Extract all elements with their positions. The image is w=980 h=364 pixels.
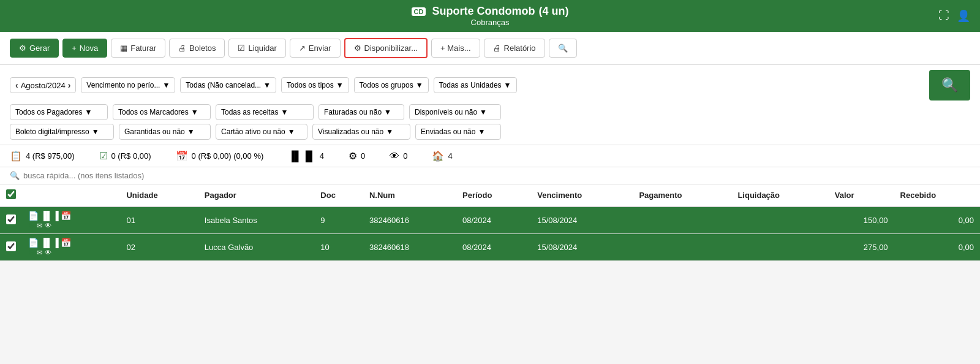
faturar-label: Faturar xyxy=(130,44,156,53)
stat-paid: ☑ 0 (R$ 0,00) xyxy=(99,150,151,162)
mais-button[interactable]: + Mais... xyxy=(431,39,480,58)
filter-marcadores[interactable]: Todos os Marcadores ▼ xyxy=(113,104,211,120)
stat-paid-value: 0 (R$ 0,00) xyxy=(111,151,151,161)
barcode-icon-2[interactable]: ▐▌▐ xyxy=(40,238,59,248)
month-navigator[interactable]: ‹ Agosto/2024 › xyxy=(10,77,76,93)
stat-paid-icon: ☑ xyxy=(99,150,108,162)
chevron-down-icon-2: ▼ xyxy=(263,81,271,89)
row-checkbox-2[interactable] xyxy=(6,241,16,251)
row-periodo-2: 08/2024 xyxy=(456,234,531,261)
chevron-down-icon-11: ▼ xyxy=(92,127,99,136)
liquidar-label: Liquidar xyxy=(248,44,276,53)
row-checkbox[interactable] xyxy=(6,214,16,224)
stat-share-value: 0 xyxy=(361,151,365,161)
filter-unidades[interactable]: Todas as Unidades ▼ xyxy=(434,77,517,93)
filter-cartao[interactable]: Cartão ativo ou não ▼ xyxy=(216,124,307,140)
share-sub-icon[interactable]: ⚙ xyxy=(28,222,34,230)
stat-share: ⚙ 0 xyxy=(349,150,365,162)
search-input[interactable] xyxy=(23,171,207,180)
boletos-button[interactable]: 🖨 Boletos xyxy=(169,39,225,58)
stat-barcode-value: 4 xyxy=(320,151,324,161)
row-liquidacao-2 xyxy=(731,234,828,261)
filter-faturadas[interactable]: Faturadas ou não ▼ xyxy=(318,104,404,120)
row-checkbox-cell-2[interactable] xyxy=(0,234,22,261)
filter-visualizadas[interactable]: Visualizadas ou não ▼ xyxy=(312,124,410,140)
col-periodo-header: Período xyxy=(456,184,531,207)
liquidar-button[interactable]: ☑ Liquidar xyxy=(228,39,285,58)
col-checkbox xyxy=(0,184,22,207)
chevron-down-icon-15: ▼ xyxy=(478,127,485,136)
stat-barcode: ▐▌▐▌ 4 xyxy=(288,151,324,162)
filter-garantidas-label: Garantidas ou não xyxy=(124,127,185,136)
stat-total-icon: 📋 xyxy=(10,150,22,162)
col-pagador-header: Pagador xyxy=(198,184,314,207)
doc-icon-2[interactable]: 📄 xyxy=(28,238,39,248)
search-big-button[interactable]: 🔍 xyxy=(929,70,970,100)
calendar-icon-2[interactable]: 📅 xyxy=(61,238,71,248)
col-doc-header: Doc xyxy=(314,184,363,207)
filter-boleto-tipo[interactable]: Boleto digital/impresso ▼ xyxy=(10,124,114,140)
gerar-icon: ⚙ xyxy=(19,44,26,53)
filter-receitas[interactable]: Todas as receitas ▼ xyxy=(216,104,314,120)
barcode-icon[interactable]: ▐▌▐ xyxy=(40,211,59,221)
chevron-down-icon-3: ▼ xyxy=(336,81,344,89)
col-vencimento-header: Vencimento xyxy=(531,184,633,207)
user-icon[interactable]: 👤 xyxy=(957,9,970,23)
expand-icon[interactable]: ⛶ xyxy=(938,9,949,23)
row-pagamento-2 xyxy=(633,234,731,261)
filter-grupos[interactable]: Todos os grupos ▼ xyxy=(354,77,429,93)
filter-enviadas-label: Enviadas ou não xyxy=(421,127,475,136)
row-pagador: Isabela Santos xyxy=(198,207,314,234)
chevron-down-icon-14: ▼ xyxy=(386,127,393,136)
eye-sub-icon[interactable]: 👁 xyxy=(45,222,51,230)
month-prev-button[interactable]: ‹ xyxy=(15,80,18,90)
filter-garantidas[interactable]: Garantidas ou não ▼ xyxy=(119,124,211,140)
chevron-down-icon-5: ▼ xyxy=(504,81,511,89)
chevron-down-icon-7: ▼ xyxy=(191,108,198,116)
filter-tipos-label: Todos os tipos xyxy=(287,81,334,89)
doc-icon[interactable]: 📄 xyxy=(28,211,39,221)
col-icons-header xyxy=(22,184,120,207)
row-periodo: 08/2024 xyxy=(456,207,531,234)
row-doc: 9 xyxy=(314,207,363,234)
filter-vencimento[interactable]: Vencimento no perío... ▼ xyxy=(81,77,175,93)
faturar-button[interactable]: ▦ Faturar xyxy=(111,39,165,58)
gerar-button[interactable]: ⚙ Gerar xyxy=(10,39,59,58)
enviar-button[interactable]: ↗ Enviar xyxy=(290,39,341,58)
calendar-icon[interactable]: 📅 xyxy=(61,211,71,221)
row-nnum-2: 382460618 xyxy=(363,234,456,261)
stat-home-icon: 🏠 xyxy=(432,150,444,162)
row-unidade: 01 xyxy=(120,207,198,234)
stat-total: 📋 4 (R$ 975,00) xyxy=(10,150,75,162)
disponibilizar-icon: ⚙ xyxy=(354,44,361,53)
email-sub-icon[interactable]: ✉ xyxy=(37,222,42,230)
filter-tipos[interactable]: Todos os tipos ▼ xyxy=(281,77,349,93)
filter-disponiveis[interactable]: Disponíveis ou não ▼ xyxy=(409,104,501,120)
select-all-checkbox[interactable] xyxy=(6,189,16,199)
nova-label: Nova xyxy=(80,44,98,53)
month-display: Agosto/2024 xyxy=(21,81,66,90)
filter-canceladas[interactable]: Todas (Não cancelad... ▼ xyxy=(180,77,276,93)
search-small-icon: 🔍 xyxy=(10,171,20,180)
col-unidade-header: Unidade xyxy=(120,184,198,207)
eye-sub-icon-2[interactable]: 👁 xyxy=(45,249,51,257)
month-next-button[interactable]: › xyxy=(68,80,71,90)
top-header: CD Suporte Condomob (4 un) Cobranças ⛶ 👤 xyxy=(0,0,980,32)
col-recebido-header: Recebido xyxy=(894,184,980,207)
row-checkbox-cell[interactable] xyxy=(0,207,22,234)
row-pagamento xyxy=(633,207,731,234)
mais-label: + Mais... xyxy=(440,44,471,53)
row-action-icons-2: 📄 ▐▌▐ 📅 ⚙ ✉ 👁 xyxy=(22,234,120,261)
email-sub-icon-2[interactable]: ✉ xyxy=(37,249,42,257)
relatorio-button[interactable]: 🖨 Relatório xyxy=(484,39,545,58)
search-toolbar-button[interactable]: 🔍 xyxy=(549,39,577,58)
table-header-row: Unidade Pagador Doc N.Num Período Vencim… xyxy=(0,184,980,207)
stat-overdue-icon: 📅 xyxy=(176,150,188,162)
nova-button[interactable]: + Nova xyxy=(62,39,107,58)
share-sub-icon-2[interactable]: ⚙ xyxy=(28,249,34,257)
filter-enviadas[interactable]: Enviadas ou não ▼ xyxy=(415,124,501,140)
filter-row-3: Boleto digital/impresso ▼ Garantidas ou … xyxy=(10,124,970,140)
disponibilizar-button[interactable]: ⚙ Disponibilizar... xyxy=(344,38,428,58)
filter-pagadores[interactable]: Todos os Pagadores ▼ xyxy=(10,104,108,120)
stat-views-icon: 👁 xyxy=(390,151,399,162)
